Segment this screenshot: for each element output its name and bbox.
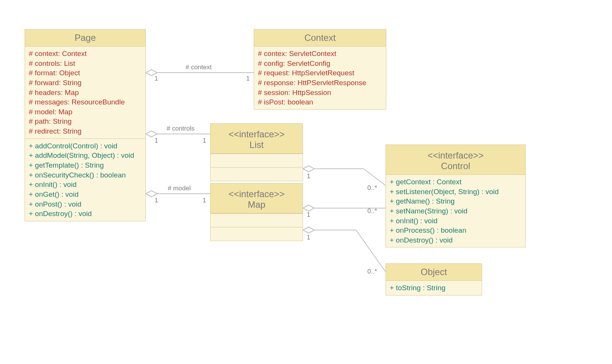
class-list: <<interface>> List bbox=[210, 123, 303, 181]
class-context: Context # contex: ServletContext # confi… bbox=[254, 29, 386, 110]
method: + getName() : String bbox=[390, 196, 521, 206]
svg-marker-1 bbox=[146, 131, 157, 137]
attr: # isPost: boolean bbox=[258, 97, 382, 107]
class-control-methods: + getContext : Context + setListener(Obj… bbox=[386, 175, 525, 247]
class-map: <<interface>> Map bbox=[210, 183, 303, 241]
attr: # path: String bbox=[29, 117, 142, 126]
edge-mult: 1 bbox=[155, 75, 158, 82]
attr: # request: HttpServletRequest bbox=[258, 68, 382, 78]
method: + getContext : Context bbox=[390, 177, 521, 187]
method: + onInit() : void bbox=[390, 216, 521, 226]
attr: # contex: ServletContext bbox=[258, 49, 382, 59]
method: + toString : String bbox=[390, 283, 478, 293]
method: + onSecurityCheck() : boolean bbox=[29, 170, 142, 180]
class-object-methods: + toString : String bbox=[386, 281, 482, 295]
class-page-methods: + addControl(Control) : void + addModel(… bbox=[25, 138, 145, 221]
method: + setListener(Object, String) : void bbox=[390, 187, 521, 197]
edge-mult: 1 bbox=[203, 137, 206, 145]
class-object-title: Object bbox=[386, 264, 482, 281]
attr: # session: HttpSession bbox=[258, 88, 382, 98]
edge-mult: 0..* bbox=[367, 268, 377, 275]
class-map-empty2 bbox=[211, 227, 303, 241]
method: + addControl(Control) : void bbox=[29, 141, 142, 151]
edge-mult: 1 bbox=[155, 137, 158, 145]
attr: # messages: ResourceBundle bbox=[29, 97, 142, 107]
edge-mult: 0..* bbox=[367, 207, 377, 215]
edge-label-controls-role: # controls bbox=[167, 125, 195, 132]
attr: # forward: String bbox=[29, 78, 142, 88]
attr: # redirect: String bbox=[29, 126, 142, 136]
method: + onGet() : void bbox=[29, 190, 142, 199]
edge-mult: 1 bbox=[307, 173, 310, 180]
class-page: Page # context: Context # controls: List… bbox=[25, 29, 146, 221]
edge-mult: 1 bbox=[307, 211, 310, 219]
stereotype-label: <<interface>> bbox=[211, 127, 303, 140]
method: + onProcess() : boolean bbox=[390, 226, 521, 235]
class-page-attributes: # context: Context # controls: List # fo… bbox=[25, 47, 145, 138]
edge-mult: 1 bbox=[246, 75, 250, 82]
attr: # model: Map bbox=[29, 107, 142, 117]
class-map-empty bbox=[211, 213, 303, 227]
class-object: Object + toString : String bbox=[386, 263, 482, 296]
class-context-attributes: # contex: ServletContext # config: Servl… bbox=[254, 47, 386, 109]
stereotype-label: <<interface>> bbox=[386, 148, 525, 161]
edge-mult: 0..* bbox=[367, 184, 377, 192]
method: + onInit() : void bbox=[29, 180, 142, 190]
class-list-title: <<interface>> List bbox=[211, 124, 303, 154]
attr: # format: Object bbox=[29, 68, 142, 78]
class-map-name: Map bbox=[248, 199, 265, 210]
class-list-name: List bbox=[250, 140, 264, 150]
edge-mult: 1 bbox=[307, 234, 310, 241]
attr: # controls: List bbox=[29, 59, 142, 68]
class-control-name: Control bbox=[441, 161, 470, 171]
class-control: <<interface>> Control + getContext : Con… bbox=[386, 145, 526, 247]
edge-label-context-role: # context bbox=[186, 64, 212, 71]
svg-marker-4 bbox=[303, 205, 314, 211]
edge-mult: 1 bbox=[155, 197, 158, 204]
class-page-title: Page bbox=[25, 30, 145, 47]
method: + addModel(String, Object) : void bbox=[29, 151, 142, 160]
class-context-title: Context bbox=[254, 30, 386, 47]
method: + getTemplate() : String bbox=[29, 160, 142, 170]
edge-label-model-role: # model bbox=[168, 185, 190, 192]
class-control-title: <<interface>> Control bbox=[386, 145, 525, 175]
edge-mult: 1 bbox=[203, 197, 206, 204]
stereotype-label: <<interface>> bbox=[211, 187, 303, 199]
method: + onDestroy() : void bbox=[390, 235, 521, 245]
method: + onPost() : void bbox=[29, 199, 142, 209]
attr: # response: HttPServletResponse bbox=[258, 78, 382, 88]
attr: # headers: Map bbox=[29, 88, 142, 98]
svg-marker-2 bbox=[146, 191, 157, 197]
svg-marker-5 bbox=[303, 227, 314, 233]
method: + onDestroy() : void bbox=[29, 209, 142, 219]
class-list-empty bbox=[211, 154, 303, 167]
class-list-empty2 bbox=[211, 167, 303, 181]
method: + setName(String) : void bbox=[390, 206, 521, 216]
attr: # config: ServletConfig bbox=[258, 59, 382, 68]
class-map-title: <<interface>> Map bbox=[211, 184, 303, 213]
svg-marker-3 bbox=[303, 166, 314, 172]
attr: # context: Context bbox=[29, 49, 142, 59]
